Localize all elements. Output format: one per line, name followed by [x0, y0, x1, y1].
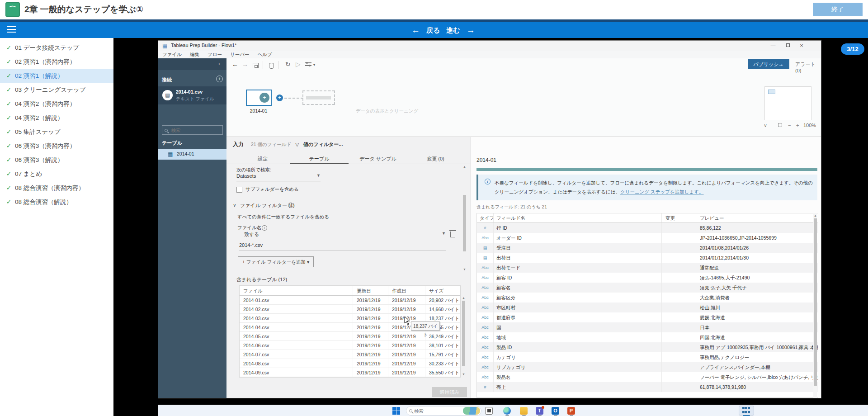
publish-button[interactable]: パブリッシュ — [748, 59, 789, 69]
col-type[interactable]: タイプ — [477, 213, 493, 222]
tables-search[interactable] — [162, 125, 223, 135]
chevron-expand-icon[interactable]: ∨ — [233, 202, 236, 208]
field-row[interactable]: Abc 都道府県 愛媛,北海道 — [477, 312, 818, 322]
filter-funnel-icon[interactable]: ▽ — [295, 142, 299, 147]
sidebar-item[interactable]: ✓03 クリーニングステップ — [0, 83, 113, 97]
save-button[interactable] — [253, 61, 259, 68]
col-changes[interactable]: 変更 — [661, 213, 696, 222]
exit-button[interactable]: 終了 — [813, 3, 863, 16]
refresh-flow-button[interactable]: ↻ — [285, 61, 291, 68]
tab-tables[interactable]: テーブル — [290, 154, 349, 164]
field-row[interactable]: Abc オーダー ID JP-2014-1036650,JP-2014-1055… — [477, 233, 818, 243]
table-row[interactable]: 2014-08.csv 2019/12/19 2019/12/19 30,233… — [240, 359, 460, 368]
forward-arrow-icon[interactable]: → — [467, 25, 475, 35]
sidebar-item[interactable]: ✓04 演習2（演習内容） — [0, 97, 113, 111]
col-preview[interactable]: プレビュー — [696, 213, 818, 222]
scroll-up-icon[interactable]: ▲ — [813, 214, 817, 217]
sidebar-item[interactable]: ✓08 総合演習（演習内容） — [0, 181, 113, 195]
delete-filter-icon[interactable] — [450, 232, 455, 237]
tables-scrollbar[interactable]: ▲ ▼ — [462, 295, 466, 377]
menu-edit[interactable]: 編集 — [190, 51, 199, 58]
info-icon[interactable]: i — [262, 225, 267, 231]
sidebar-item[interactable]: ✓02 演習1（演習内容） — [0, 55, 113, 69]
field-row[interactable]: # 行 ID 85,86,122 — [477, 223, 818, 233]
flow-placeholder-node[interactable] — [302, 90, 335, 105]
applied-button[interactable]: 適用済み — [432, 387, 467, 397]
field-row[interactable]: ▤ 出荷日 2014/01/12,2014/01/30 — [477, 253, 818, 263]
value-filter-button[interactable]: 値のフィルター... — [303, 141, 343, 148]
taskbar-search-input[interactable] — [414, 408, 450, 414]
field-row[interactable]: Abc 製品名 フーバー 電子レンジ, シルバー,Ibico 穴あけパンチ, リ… — [477, 372, 818, 382]
tableau-prep-icon[interactable] — [742, 407, 750, 415]
redo-button[interactable]: → — [242, 61, 248, 68]
scroll-down-icon[interactable]: ▼ — [462, 268, 467, 271]
connection-item[interactable]: ▤ 2014-01.csv テキスト ファイル — [158, 86, 226, 104]
scroll-up-icon[interactable]: ▲ — [462, 296, 466, 299]
back-button[interactable]: 戻る — [426, 26, 440, 35]
field-row[interactable]: Abc 市区町村 松山,旭川 — [477, 303, 818, 312]
field-row[interactable]: Abc サブカテゴリ アプライアンス,バインダー,本棚 — [477, 362, 818, 372]
file-explorer-icon[interactable] — [520, 407, 528, 415]
zoom-in-button[interactable]: + — [796, 123, 799, 128]
refresh-data-button[interactable] — [269, 61, 274, 69]
taskbar-search[interactable] — [406, 406, 481, 416]
close-button[interactable]: × — [797, 42, 806, 49]
flow-options-caret-icon[interactable]: ▾ — [313, 63, 315, 67]
sidebar-item[interactable]: ✓06 演習3（演習内容） — [0, 139, 113, 153]
run-flow-button[interactable]: ▷ — [296, 61, 301, 68]
zoom-fit-icon[interactable] — [778, 123, 782, 128]
scroll-down-icon[interactable]: ▼ — [462, 373, 466, 376]
info-icon[interactable]: i — [288, 203, 293, 208]
col-field-name[interactable]: フィールド名 — [493, 213, 661, 222]
edge-icon[interactable] — [503, 407, 511, 415]
col-file[interactable]: ファイル — [240, 286, 353, 295]
tab-settings[interactable]: 設定 — [247, 154, 278, 164]
add-cleaning-step-link[interactable]: クリーニング ステップを追加します。 — [620, 189, 704, 194]
col-size[interactable]: サイズ — [425, 286, 461, 295]
match-mode-dropdown[interactable]: 一致する▼ — [239, 231, 446, 239]
search-in-dropdown[interactable]: Datasets▼ — [236, 173, 321, 181]
sidebar-item[interactable]: ✓07 まとめ — [0, 167, 113, 181]
sidebar-item[interactable]: ✓01 データ接続ステップ — [0, 41, 113, 55]
back-arrow-icon[interactable]: ← — [411, 25, 420, 35]
sidebar-item[interactable]: ✓05 集計ステップ — [0, 125, 113, 139]
hamburger-menu-icon[interactable] — [7, 26, 16, 33]
undo-button[interactable]: ← — [232, 61, 238, 68]
table-row[interactable]: 2014-07.csv 2019/12/19 2019/12/19 15,791… — [240, 350, 460, 359]
menu-flow[interactable]: フロー — [208, 51, 222, 58]
sidebar-item[interactable]: ✓08 総合演習（解説） — [0, 195, 113, 209]
add-connection-button[interactable]: + — [216, 76, 223, 82]
add-file-filter-button[interactable]: + ファイル フィルターを追加 ▾ — [238, 256, 314, 267]
field-row[interactable]: # 売上 61,878,14,378,91,980 — [477, 382, 818, 392]
zoom-out-button[interactable]: − — [788, 123, 791, 128]
sidebar-item[interactable]: ✓06 演習3（解説） — [0, 153, 113, 167]
table-item-selected[interactable]: ▦ 2014-01 — [158, 149, 226, 160]
field-row[interactable]: Abc 国 日本 — [477, 322, 818, 332]
outlook-icon[interactable]: O — [552, 407, 559, 415]
field-row[interactable]: Abc 地域 四国,北海道 — [477, 332, 818, 342]
settings-scrollbar[interactable]: ▲ ▼ — [462, 164, 467, 272]
scroll-up-icon[interactable]: ▲ — [462, 165, 467, 168]
powerpoint-icon[interactable]: P — [567, 407, 575, 415]
window-titlebar[interactable]: ▦ Tableau Prep Builder - Flow1* — × — [158, 41, 821, 51]
field-row[interactable]: Abc 顧客区分 大企業,消費者 — [477, 293, 818, 303]
maximize-button[interactable] — [784, 42, 792, 49]
menu-help[interactable]: ヘルプ — [257, 51, 272, 58]
col-updated[interactable]: 更新日 — [353, 286, 388, 295]
table-row[interactable]: 2014-09.csv 2019/12/19 2019/12/19 35,550… — [240, 368, 460, 377]
field-row[interactable]: Abc 出荷モード 通常配送 — [477, 263, 818, 273]
include-subfolders-checkbox[interactable] — [236, 187, 242, 193]
collapse-panel-icon[interactable]: ‹ — [218, 61, 220, 67]
menu-file[interactable]: ファイル — [162, 51, 182, 58]
menu-server[interactable]: サーバー — [230, 51, 250, 58]
sidebar-item[interactable]: ✓04 演習2（解説） — [0, 111, 113, 125]
table-row[interactable]: 2014-06.csv 2019/12/19 2019/12/19 38,101… — [240, 341, 460, 350]
table-row[interactable]: 2014-02.csv 2019/12/19 2019/12/19 14,660… — [240, 305, 460, 314]
field-row[interactable]: Abc カテゴリ 事務用品,テクノロジー — [477, 352, 818, 362]
flow-minimap[interactable] — [764, 86, 811, 120]
col-created[interactable]: 作成日 — [388, 286, 425, 295]
widget-thumbnail[interactable] — [463, 407, 480, 415]
field-row[interactable]: Abc 顧客名 須見 弘子,大矢 千代子 — [477, 283, 818, 293]
field-row[interactable]: Abc 顧客 ID 須弘-14695,大千-21490 — [477, 273, 818, 283]
add-step-button[interactable]: + — [276, 95, 283, 101]
